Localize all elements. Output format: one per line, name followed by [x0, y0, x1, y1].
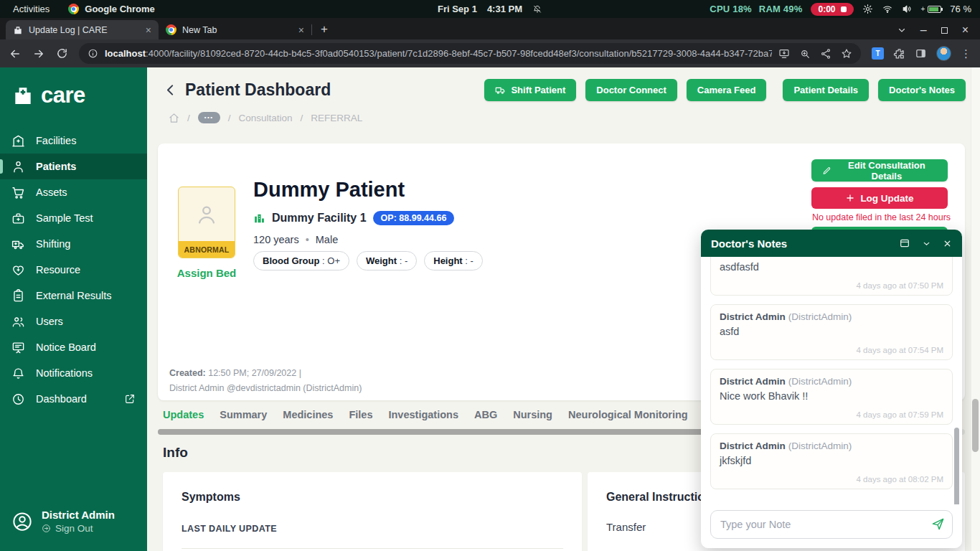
note-message: District Admin(DistrictAdmin) Nice work … — [710, 369, 953, 425]
tab-updates[interactable]: Updates — [163, 409, 204, 420]
window-minimize-button[interactable]: – — [920, 24, 927, 37]
network-icon[interactable] — [882, 4, 893, 14]
send-note-icon[interactable] — [931, 517, 945, 531]
sidebar-item-resource[interactable]: Resource — [0, 257, 147, 283]
tab-summary[interactable]: Summary — [220, 409, 267, 420]
patient-details-button[interactable]: Patient Details — [783, 79, 869, 101]
doctor-connect-button[interactable]: Doctor Connect — [585, 79, 677, 101]
note-text: asfd — [720, 326, 943, 337]
reload-button[interactable] — [56, 47, 68, 60]
menu-dots-icon[interactable]: ⋮ — [961, 47, 971, 60]
sidebar-item-facilities[interactable]: Facilities — [0, 128, 147, 154]
dashboard-icon — [11, 392, 25, 406]
sidebar-item-shifting[interactable]: Shifting — [0, 231, 147, 257]
translate-icon[interactable]: T — [872, 47, 884, 60]
clock[interactable]: Fri Sep 1 4:31 PM — [438, 4, 542, 14]
sidebar-item-notice-board[interactable]: Notice Board — [0, 334, 147, 360]
scrollbar-thumb[interactable] — [972, 399, 979, 452]
tab-close-icon[interactable]: × — [298, 24, 304, 36]
plus-icon — [845, 193, 855, 203]
tab-close-icon[interactable]: × — [146, 24, 151, 36]
tab-files[interactable]: Files — [349, 409, 372, 420]
button-label: Camera Feed — [697, 85, 756, 95]
care-logo[interactable]: care — [0, 67, 147, 109]
settings-gear-icon[interactable] — [862, 4, 873, 14]
sidebar-item-label: Users — [36, 316, 63, 327]
sidebar-item-label: Sample Test — [36, 212, 93, 224]
tab-medicines[interactable]: Medicines — [283, 409, 333, 420]
sidebar-item-label: Dashboard — [36, 393, 87, 405]
breadcrumb-separator: / — [301, 113, 303, 123]
page-vertical-scrollbar[interactable] — [971, 67, 980, 551]
home-icon[interactable] — [169, 113, 179, 123]
sidebar-item-label: External Results — [36, 290, 112, 301]
collapse-chevron-icon[interactable] — [922, 239, 931, 248]
sidebar-item-external-results[interactable]: External Results — [0, 283, 147, 309]
button-label: Shift Patient — [511, 85, 565, 95]
shift-patient-button[interactable]: Shift Patient — [484, 79, 576, 101]
zoom-icon[interactable] — [799, 48, 811, 60]
main-content: Patient Dashboard Shift Patient Doctor C… — [147, 67, 980, 551]
tab-abg[interactable]: ABG — [474, 409, 497, 420]
board-icon — [11, 341, 25, 354]
sidebar-item-sample-test[interactable]: Sample Test — [0, 205, 147, 231]
side-panel-icon[interactable] — [915, 47, 927, 60]
site-info-icon[interactable] — [88, 48, 98, 59]
extensions-puzzle-icon[interactable] — [893, 47, 905, 60]
screen-recording-indicator[interactable]: 0:00 — [811, 3, 853, 16]
sidebar-item-dashboard[interactable]: Dashboard — [0, 386, 147, 412]
window-maximize-button[interactable] — [941, 27, 948, 34]
tab-investigations[interactable]: Investigations — [388, 409, 458, 420]
window-close-button[interactable]: × — [962, 24, 969, 37]
address-bar[interactable]: localhost:4000/facility/81092ced-8720-44… — [79, 43, 861, 64]
expand-window-icon[interactable] — [899, 237, 910, 249]
tab-search-chevron-icon[interactable] — [897, 26, 906, 34]
forward-button[interactable] — [32, 47, 45, 60]
heart-icon — [11, 263, 25, 277]
activities-button[interactable]: Activities — [13, 4, 50, 14]
sign-out-button[interactable]: Sign Out — [42, 523, 115, 534]
notes-message-list[interactable]: asdfasfd 4 days ago at 07:50 PM District… — [701, 257, 962, 504]
sidebar-item-notifications[interactable]: Notifications — [0, 360, 147, 386]
facility-name: Dummy Facility 1 — [272, 212, 367, 225]
tab-nursing[interactable]: Nursing — [513, 409, 552, 420]
user-avatar-icon — [11, 511, 33, 532]
bookmark-star-icon[interactable] — [841, 48, 852, 60]
doctors-notes-title: Doctor's Notes — [711, 237, 787, 250]
back-chevron-button[interactable] — [163, 83, 178, 98]
assign-bed-link[interactable]: Assign Bed — [171, 267, 242, 279]
breadcrumb-ellipsis[interactable]: ••• — [198, 112, 220, 123]
doctors-notes-header[interactable]: Doctor's Notes — [701, 230, 962, 257]
install-app-icon[interactable] — [778, 48, 790, 60]
camera-feed-button[interactable]: Camera Feed — [687, 79, 767, 101]
focused-app[interactable]: Google Chrome — [68, 4, 155, 14]
back-button[interactable] — [9, 47, 22, 60]
tab-update-log-care[interactable]: Update Log | CARE × — [6, 20, 159, 39]
breadcrumb-referral[interactable]: REFERRAL — [311, 113, 362, 123]
tab-new-tab[interactable]: New Tab × — [159, 20, 311, 39]
notes-scrollbar-thumb[interactable] — [954, 428, 959, 504]
system-monitor[interactable]: CPU 18% RAM 49% — [710, 4, 802, 14]
log-update-button[interactable]: Log Update — [811, 187, 948, 209]
chip-value: : O+ — [319, 255, 340, 266]
battery-icon[interactable] — [928, 6, 941, 13]
bell-icon — [11, 367, 25, 380]
close-icon[interactable] — [943, 239, 952, 248]
new-tab-button[interactable]: + — [312, 22, 336, 39]
edit-consultation-button[interactable]: Edit Consultation Details — [811, 159, 948, 182]
profile-avatar[interactable] — [936, 46, 951, 61]
sidebar-user-block[interactable]: District Admin Sign Out — [0, 509, 147, 551]
breadcrumb: / ••• / Consultation / REFERRAL — [169, 112, 362, 123]
volume-icon[interactable] — [902, 4, 913, 14]
doctors-notes-button[interactable]: Doctor's Notes — [878, 79, 966, 101]
breadcrumb-consultation[interactable]: Consultation — [238, 113, 292, 123]
sidebar-item-assets[interactable]: Assets — [0, 179, 147, 205]
chrome-icon — [68, 4, 79, 14]
sidebar-item-users[interactable]: Users — [0, 309, 147, 334]
sidebar-item-patients[interactable]: Patients — [0, 154, 147, 179]
url-text[interactable]: localhost:4000/facility/81092ced-8720-44… — [105, 48, 772, 59]
scrollbar-thumb[interactable] — [158, 429, 755, 435]
note-input[interactable] — [710, 510, 953, 539]
tab-neurological-monitoring[interactable]: Neurological Monitoring — [568, 409, 688, 420]
share-icon[interactable] — [820, 48, 831, 60]
